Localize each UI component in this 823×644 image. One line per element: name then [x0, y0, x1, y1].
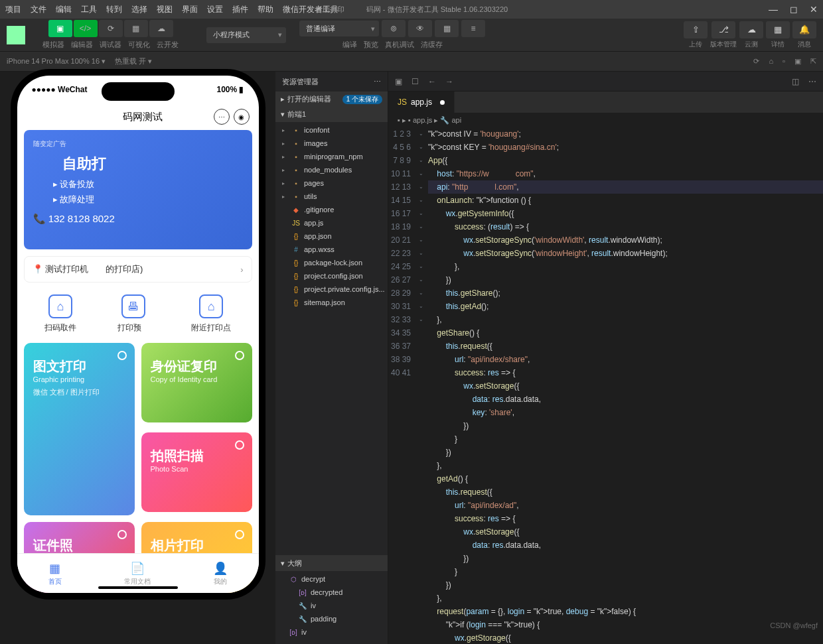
- tree-pages[interactable]: ▪pages: [275, 176, 388, 190]
- remote-debug-button[interactable]: ▦: [435, 20, 459, 37]
- mode-dropdown[interactable]: 小程序模式: [206, 27, 286, 43]
- back-icon[interactable]: ▫: [783, 57, 785, 66]
- quick-附近打印点[interactable]: ⌂附近打印点: [191, 294, 231, 334]
- more-icon[interactable]: ⋯: [808, 77, 816, 86]
- menu-编辑[interactable]: 编辑: [56, 4, 72, 15]
- capsule-close-icon[interactable]: ◉: [234, 109, 250, 125]
- project-root[interactable]: ▾ 前端1: [275, 107, 388, 122]
- store-selector[interactable]: 📍 测试打印机 的打印店)›: [24, 256, 252, 283]
- minimize-icon[interactable]: —: [769, 4, 778, 15]
- device-select[interactable]: iPhone 14 Pro Max 100% 16 ▾: [7, 57, 106, 66]
- menu-项目[interactable]: 项目: [5, 4, 21, 15]
- mini-navbar: 码网测试 ⋯◉: [17, 103, 259, 130]
- menu-插件[interactable]: 插件: [232, 4, 248, 15]
- more-icon[interactable]: ⋯: [374, 78, 381, 86]
- tree-app.js[interactable]: JSapp.js: [275, 216, 388, 229]
- simulator-pane: ●●●●● WeChat100% ▮ 码网测试 ⋯◉ 随变定广告 自助打 ▸ 设…: [0, 72, 275, 644]
- bookmark-icon[interactable]: ☐: [412, 77, 419, 86]
- tree-utils[interactable]: ▪utils: [275, 190, 388, 203]
- tree-node_modules[interactable]: ▪node_modules: [275, 163, 388, 176]
- tree-app.json[interactable]: {}app.json: [275, 229, 388, 243]
- tree-project.private.config.js...[interactable]: {}project.private.config.js...: [275, 283, 388, 296]
- close-icon[interactable]: ✕: [810, 4, 818, 15]
- page-title: 码网测试: [113, 111, 163, 123]
- split-icon[interactable]: ◫: [792, 77, 799, 86]
- tree-images[interactable]: ▪images: [275, 137, 388, 150]
- card-id-copy[interactable]: 身份证复印Copy of Identity card: [141, 343, 252, 422]
- quick-actions: ⌂扫码取件🖶打印预 ⌂附近打印点: [24, 289, 252, 339]
- quick-打印预　[interactable]: 🖶打印预: [117, 294, 149, 334]
- detach-icon[interactable]: ⇱: [810, 57, 816, 66]
- nav-back-icon[interactable]: ←: [428, 77, 436, 86]
- outline-decrypt[interactable]: ⬡decrypt: [275, 572, 388, 586]
- banner[interactable]: 随变定广告 自助打 ▸ 设备投放 ▸ 故障处理 📞 132 8128 8022: [24, 130, 252, 249]
- toolbar-详情[interactable]: ▦: [766, 21, 790, 38]
- debugger-toggle[interactable]: ⟳: [99, 20, 123, 37]
- outline-iv[interactable]: 🔧iv: [275, 599, 388, 612]
- breadcrumb[interactable]: ▪ ▸ ▪ app.js ▸ 🔧 api: [388, 113, 823, 127]
- editor-pane: ▣ ☐ ← → ◫ ⋯ JS app.js ▪ ▸ ▪ app.js ▸ 🔧 a…: [388, 72, 823, 644]
- notch: [102, 82, 175, 101]
- preview-button[interactable]: 👁: [408, 20, 432, 37]
- toolbar-云测[interactable]: ☁: [739, 21, 763, 38]
- capsule-menu-icon[interactable]: ⋯: [214, 109, 230, 125]
- menu-文件[interactable]: 文件: [31, 4, 46, 15]
- explorer-panel: 资源管理器⋯ ▸ 打开的编辑器1 个未保存 ▾ 前端1 ▪iconfont▪im…: [275, 72, 388, 644]
- compile-dropdown[interactable]: 普通编译: [299, 21, 379, 36]
- visual-toggle[interactable]: ▦: [124, 20, 148, 37]
- watermark: CSDN @wfegf: [770, 621, 818, 629]
- tree-miniprogram_npm[interactable]: ▪miniprogram_npm: [275, 150, 388, 163]
- tree-package-lock.json[interactable]: {}package-lock.json: [275, 256, 388, 269]
- tab-app-js[interactable]: JS app.js: [388, 92, 455, 113]
- menu-设置[interactable]: 设置: [207, 4, 223, 15]
- main-menu: 项目文件编辑工具转到选择视图界面设置插件帮助微信开发者工具: [5, 4, 338, 15]
- outline-decrypted[interactable]: [ᴅ]decrypted: [275, 586, 388, 599]
- menu-转到[interactable]: 转到: [106, 4, 122, 15]
- tree-app.wxss[interactable]: #app.wxss: [275, 243, 388, 256]
- avatar[interactable]: [7, 26, 25, 44]
- window-controls[interactable]: —◻✕: [769, 4, 818, 15]
- menu-视图[interactable]: 视图: [157, 4, 173, 15]
- open-editors-section[interactable]: ▸ 打开的编辑器1 个未保存: [275, 92, 388, 107]
- editor-toggle[interactable]: </>: [74, 20, 98, 37]
- window-title: 自助打印 码网 - 微信开发者工具 Stable 1.06.2303220: [315, 5, 508, 15]
- toolbar-上传[interactable]: ⇧: [684, 21, 708, 38]
- menu-选择[interactable]: 选择: [131, 4, 147, 15]
- menu-界面[interactable]: 界面: [182, 4, 198, 15]
- outline-section[interactable]: ▾ 大纲: [275, 555, 388, 571]
- menu-工具[interactable]: 工具: [81, 4, 97, 15]
- explorer-title: 资源管理器: [282, 77, 319, 87]
- unsaved-dot-icon: [440, 100, 445, 105]
- screenshot-icon[interactable]: ▣: [794, 57, 801, 66]
- toolbar: ▣ </> ⟳ ▦ ☁ 模拟器编辑器调试器可视化云开发 小程序模式 普通编译 ⊚…: [0, 19, 823, 52]
- tab-我的[interactable]: 👤我的: [213, 561, 228, 586]
- card-graphic-print[interactable]: 图文打印Graphic printing 微信 文档 / 图片打印: [24, 343, 135, 515]
- home-indicator: [98, 586, 178, 589]
- hot-reload[interactable]: 热重载 开 ▾: [115, 56, 152, 66]
- titlebar: 项目文件编辑工具转到选择视图界面设置插件帮助微信开发者工具 自助打印 码网 - …: [0, 0, 823, 19]
- compile-button[interactable]: ⊚: [382, 20, 406, 37]
- toolbar-消息[interactable]: 🔔: [792, 21, 816, 38]
- device-bar: iPhone 14 Pro Max 100% 16 ▾ 热重载 开 ▾ ⟳ ⌂ …: [0, 52, 823, 72]
- code-area[interactable]: 1 2 3 4 5 6 7 8 9 10 11 12 13 14 15 16 1…: [388, 127, 823, 644]
- outline-iv[interactable]: [ᴅ]iv: [275, 625, 388, 639]
- card-photo-scan[interactable]: 拍照扫描Photo Scan: [141, 432, 252, 512]
- quick-扫码取件[interactable]: ⌂扫码取件: [44, 294, 76, 334]
- tree-project.config.json[interactable]: {}project.config.json: [275, 269, 388, 283]
- nav-fwd-icon[interactable]: →: [445, 77, 453, 86]
- rotate-icon[interactable]: ⟳: [753, 57, 759, 66]
- tree-sitemap.json[interactable]: {}sitemap.json: [275, 296, 388, 309]
- menu-帮助[interactable]: 帮助: [258, 4, 273, 15]
- toolbar-版本管理[interactable]: ⎇: [711, 21, 735, 38]
- tree-.gitignore[interactable]: ◆.gitignore: [275, 203, 388, 216]
- files-icon[interactable]: ▣: [395, 77, 402, 86]
- simulator-toggle[interactable]: ▣: [48, 20, 72, 37]
- tree-iconfont[interactable]: ▪iconfont: [275, 123, 388, 137]
- outline-padding[interactable]: 🔧padding: [275, 612, 388, 625]
- maximize-icon[interactable]: ◻: [790, 4, 798, 15]
- clear-cache-button[interactable]: ≡: [461, 20, 485, 37]
- home-icon[interactable]: ⌂: [769, 57, 773, 66]
- tab-首页[interactable]: ▦首页: [48, 561, 62, 586]
- cloud-toggle[interactable]: ☁: [149, 20, 173, 37]
- tab-常用文档[interactable]: 📄常用文档: [124, 561, 151, 586]
